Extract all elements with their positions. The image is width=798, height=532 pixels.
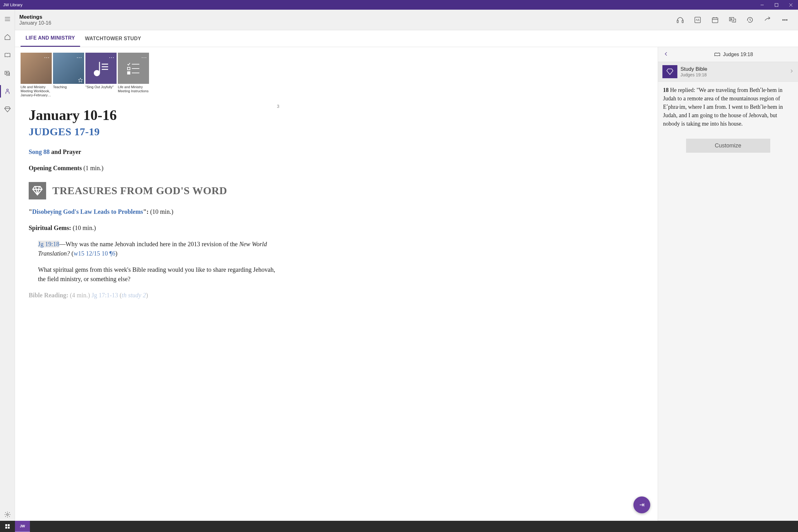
gems-q2: What spiritual gems from this week's Bib… — [29, 265, 276, 284]
page-title: Meetings — [19, 14, 51, 20]
window-maximize-button[interactable] — [769, 0, 784, 10]
study-bible-icon — [662, 65, 677, 78]
opening-line: Opening Comments (1 min.) — [29, 163, 276, 173]
tab-watchtower-study[interactable]: WATCHTOWER STUDY — [80, 30, 146, 47]
card-instructions[interactable]: ⋯ Life and Ministry Meeting Instructions — [118, 53, 149, 98]
nav-media[interactable] — [0, 67, 15, 79]
svg-point-9 — [6, 89, 8, 91]
svg-marker-25 — [78, 78, 82, 82]
nav-settings[interactable] — [0, 508, 15, 521]
windows-taskbar: JW — [0, 521, 798, 532]
card-label: Life and Ministry Meeting Workbook, Janu… — [21, 85, 52, 98]
music-note-icon — [92, 59, 110, 78]
nav-bible[interactable] — [0, 49, 15, 61]
svg-point-26 — [94, 71, 99, 76]
nav-meetings[interactable] — [0, 85, 15, 98]
window-titlebar: JW Library — [0, 0, 798, 10]
page-subtitle: January 10-16 — [19, 20, 51, 26]
page-number: 3 — [277, 104, 279, 109]
svg-rect-7 — [5, 71, 9, 75]
open-book-icon — [714, 52, 720, 57]
treasures-title: TREASURES FROM GOD'S WORD — [52, 185, 227, 197]
svg-rect-42 — [8, 524, 10, 526]
nav-gems[interactable] — [0, 103, 15, 116]
card-label: "Sing Out Joyfully" — [86, 85, 117, 89]
page-header: Meetings January 10-16 Aあ — [15, 10, 798, 30]
content-tabs: LIFE AND MINISTRY WATCHTOWER STUDY — [15, 30, 798, 47]
share-button[interactable] — [759, 11, 776, 29]
talk-link[interactable]: Disobeying God's Law Leads to Problems — [32, 208, 143, 215]
card-thumbnail: ⋯ — [118, 53, 149, 84]
card-more-icon[interactable]: ⋯ — [141, 54, 147, 61]
nav-home[interactable] — [0, 31, 15, 43]
svg-rect-16 — [712, 18, 718, 23]
bible-reading-line: Bible Reading: (4 min.) Jg 17:1-13 (th s… — [29, 290, 276, 300]
svg-rect-44 — [8, 527, 10, 529]
gems-q1: Jg 19:18—Why was the name Jehovah includ… — [29, 239, 276, 258]
study-panel-ref: Judges 19:18 — [673, 52, 794, 57]
card-label: Life and Ministry Meeting Instructions — [118, 85, 149, 93]
card-teaching[interactable]: ⋯ Teaching — [53, 53, 84, 98]
svg-point-22 — [783, 19, 784, 20]
scripture-ref-link[interactable]: Jg 17:1-13 — [92, 292, 118, 299]
card-thumbnail: ⋯ — [86, 53, 117, 84]
svg-point-24 — [786, 19, 787, 20]
publication-ref-link[interactable]: w15 12/15 10 ¶6 — [74, 250, 115, 257]
card-sing[interactable]: ⋯ "Sing Out Joyfully" — [86, 53, 117, 98]
window-minimize-button[interactable] — [755, 0, 769, 10]
audio-button[interactable] — [671, 11, 689, 29]
svg-rect-20 — [729, 17, 734, 21]
chevron-right-icon — [789, 69, 794, 75]
card-more-icon[interactable]: ⋯ — [44, 54, 50, 61]
song-link[interactable]: Song 88 — [29, 148, 50, 155]
diamond-icon — [29, 182, 46, 200]
study-panel-header: Judges 19:18 — [658, 47, 798, 62]
svg-rect-12 — [677, 20, 678, 23]
nav-sidebar — [0, 10, 15, 521]
study-ref-link[interactable]: th study 2 — [121, 292, 146, 299]
language-button[interactable]: Aあ — [689, 11, 706, 29]
checklist-icon — [126, 60, 141, 76]
main-content: ⋯ Life and Ministry Meeting Workbook, Ja… — [15, 47, 658, 521]
svg-rect-41 — [5, 524, 7, 526]
customize-button[interactable]: Customize — [686, 139, 770, 153]
history-button[interactable] — [741, 11, 759, 29]
svg-rect-1 — [775, 3, 778, 6]
svg-rect-13 — [682, 20, 683, 23]
date-heading: January 10-16 — [29, 107, 276, 124]
card-more-icon[interactable]: ⋯ — [109, 54, 115, 61]
study-source-sub: Judges 19:18 — [681, 72, 786, 77]
verse-number: 18 — [663, 87, 669, 93]
start-button[interactable] — [0, 521, 15, 532]
talk-line: "Disobeying God's Law Leads to Problems"… — [29, 207, 276, 216]
svg-point-11 — [6, 514, 8, 515]
verse-text: 18 He replied: "We are traveling from Be… — [658, 82, 798, 132]
window-close-button[interactable] — [784, 0, 798, 10]
card-thumbnail: ⋯ — [53, 53, 84, 84]
publication-cards: ⋯ Life and Ministry Meeting Workbook, Ja… — [21, 53, 649, 98]
svg-point-23 — [784, 19, 785, 20]
taskbar-app-jwlibrary[interactable]: JW — [15, 521, 30, 532]
card-label: Teaching — [53, 85, 84, 89]
card-more-icon[interactable]: ⋯ — [76, 54, 82, 61]
study-source-item[interactable]: Study Bible Judges 19:18 — [658, 62, 798, 82]
treasures-header: TREASURES FROM GOD'S WORD — [29, 182, 276, 200]
window-title: JW Library — [3, 2, 22, 7]
hamburger-button[interactable] — [0, 13, 15, 25]
svg-marker-8 — [6, 72, 8, 74]
scripture-ref-link[interactable]: Jg 19:18 — [38, 241, 59, 247]
calendar-button[interactable] — [706, 11, 724, 29]
next-fab[interactable] — [633, 496, 650, 513]
back-button[interactable] — [662, 50, 670, 59]
svg-rect-32 — [128, 67, 130, 70]
more-button[interactable] — [776, 11, 794, 29]
svg-rect-43 — [5, 527, 7, 529]
card-workbook[interactable]: ⋯ Life and Ministry Meeting Workbook, Ja… — [21, 53, 52, 98]
tab-life-and-ministry[interactable]: LIFE AND MINISTRY — [21, 30, 80, 47]
scripture-heading[interactable]: JUDGES 17-19 — [29, 126, 276, 138]
study-source-title: Study Bible — [681, 66, 786, 72]
card-thumbnail: ⋯ — [21, 53, 52, 84]
gems-line: Spiritual Gems: (10 min.) — [29, 223, 276, 232]
second-screen-button[interactable] — [724, 11, 741, 29]
star-icon — [78, 78, 83, 82]
